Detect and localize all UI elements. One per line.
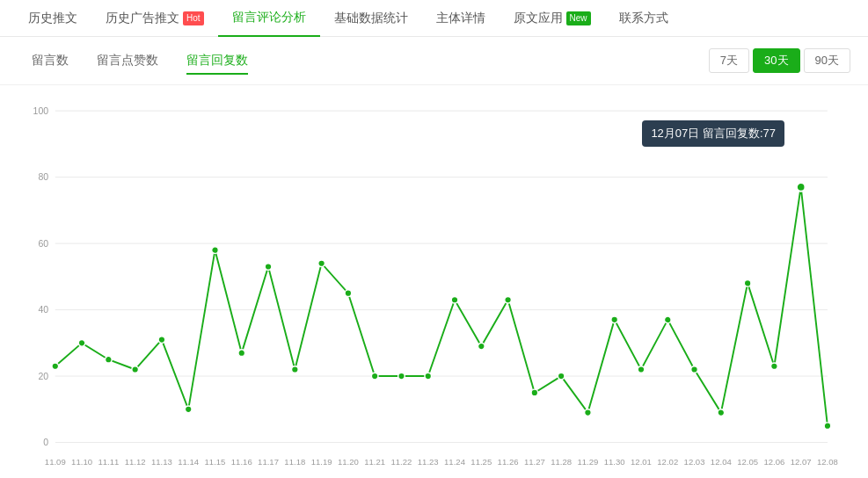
svg-text:11.28: 11.28 xyxy=(551,457,572,467)
svg-point-13 xyxy=(78,340,85,347)
nav-item-subject-detail[interactable]: 主体详情 xyxy=(422,0,500,37)
svg-point-16 xyxy=(158,337,165,344)
svg-point-30 xyxy=(531,389,538,396)
svg-text:11.27: 11.27 xyxy=(524,457,545,467)
svg-text:40: 40 xyxy=(38,304,48,315)
svg-point-19 xyxy=(238,350,245,357)
svg-text:11.18: 11.18 xyxy=(284,457,305,467)
svg-point-27 xyxy=(451,296,458,303)
svg-point-22 xyxy=(318,260,325,267)
new-badge: New xyxy=(566,11,591,25)
svg-point-24 xyxy=(371,373,378,380)
nav-item-contact[interactable]: 联系方式 xyxy=(605,0,682,37)
svg-point-37 xyxy=(718,409,725,416)
svg-text:12.04: 12.04 xyxy=(711,457,733,467)
svg-text:12.05: 12.05 xyxy=(737,457,758,467)
svg-text:11.20: 11.20 xyxy=(338,457,359,467)
svg-text:11.16: 11.16 xyxy=(231,457,252,467)
svg-text:11.24: 11.24 xyxy=(444,457,466,467)
svg-point-21 xyxy=(292,366,299,373)
svg-point-34 xyxy=(638,366,645,373)
svg-point-17 xyxy=(185,406,192,413)
time-options: 7天 30天 90天 xyxy=(709,48,850,73)
svg-text:100: 100 xyxy=(33,105,49,116)
svg-text:11.15: 11.15 xyxy=(205,457,226,467)
svg-text:12.07: 12.07 xyxy=(791,457,812,467)
svg-point-40 xyxy=(797,183,806,192)
svg-text:11.29: 11.29 xyxy=(577,457,598,467)
svg-text:11.10: 11.10 xyxy=(71,457,92,467)
svg-text:11.23: 11.23 xyxy=(418,457,439,467)
svg-text:80: 80 xyxy=(38,171,48,182)
svg-text:12.01: 12.01 xyxy=(631,457,652,467)
svg-text:12.02: 12.02 xyxy=(657,457,678,467)
svg-text:11.14: 11.14 xyxy=(178,457,200,467)
nav-item-original-app[interactable]: 原文应用 New xyxy=(500,0,605,37)
svg-text:60: 60 xyxy=(38,238,48,249)
svg-point-23 xyxy=(345,290,352,297)
svg-text:11.30: 11.30 xyxy=(604,457,625,467)
svg-text:11.19: 11.19 xyxy=(311,457,332,467)
btn-7days[interactable]: 7天 xyxy=(709,48,749,73)
svg-point-32 xyxy=(585,409,592,416)
svg-point-18 xyxy=(212,247,219,254)
svg-text:11.22: 11.22 xyxy=(391,457,412,467)
nav-item-basic-stats[interactable]: 基础数据统计 xyxy=(320,0,422,37)
svg-point-20 xyxy=(265,264,272,271)
svg-text:11.17: 11.17 xyxy=(258,457,279,467)
svg-text:11.13: 11.13 xyxy=(151,457,172,467)
svg-point-35 xyxy=(664,316,671,323)
svg-point-41 xyxy=(824,423,831,430)
svg-text:11.21: 11.21 xyxy=(364,457,385,467)
tab-comment-likes[interactable]: 留言点赞数 xyxy=(83,47,172,74)
svg-text:11.11: 11.11 xyxy=(98,457,119,467)
svg-text:11.09: 11.09 xyxy=(45,457,66,467)
svg-text:12.08: 12.08 xyxy=(817,457,838,467)
svg-text:0: 0 xyxy=(43,437,48,447)
top-nav: 历史推文 历史广告推文 Hot 留言评论分析 基础数据统计 主体详情 原文应用 … xyxy=(0,0,868,37)
svg-text:20: 20 xyxy=(38,371,48,381)
svg-text:11.25: 11.25 xyxy=(470,457,492,467)
sub-nav: 留言数 留言点赞数 留言回复数 7天 30天 90天 xyxy=(0,37,868,85)
tab-comment-count[interactable]: 留言数 xyxy=(18,47,83,74)
svg-point-33 xyxy=(611,316,618,323)
svg-text:11.12: 11.12 xyxy=(125,457,146,467)
line-chart: 02040608010011.0911.1011.1111.1211.1311.… xyxy=(9,94,850,472)
svg-point-14 xyxy=(106,356,113,363)
btn-30days[interactable]: 30天 xyxy=(753,48,799,73)
svg-point-15 xyxy=(132,366,139,373)
svg-point-38 xyxy=(744,280,751,287)
sub-nav-tabs: 留言数 留言点赞数 留言回复数 xyxy=(18,47,262,74)
tab-comment-replies[interactable]: 留言回复数 xyxy=(172,47,262,74)
svg-point-28 xyxy=(478,343,485,350)
btn-90days[interactable]: 90天 xyxy=(804,48,850,73)
svg-point-25 xyxy=(398,373,405,380)
svg-text:12.06: 12.06 xyxy=(763,457,784,467)
nav-item-history[interactable]: 历史推文 xyxy=(14,0,91,37)
svg-point-26 xyxy=(425,373,432,380)
svg-point-12 xyxy=(52,363,59,370)
svg-point-36 xyxy=(691,366,698,373)
nav-item-ad-history[interactable]: 历史广告推文 Hot xyxy=(91,0,218,37)
nav-item-comment-analysis[interactable]: 留言评论分析 xyxy=(218,0,320,37)
chart-container: 12月07日 留言回复数:77 02040608010011.0911.1011… xyxy=(0,85,868,478)
svg-point-29 xyxy=(505,296,512,303)
svg-text:11.26: 11.26 xyxy=(498,457,519,467)
svg-text:12.03: 12.03 xyxy=(684,457,705,467)
svg-point-31 xyxy=(558,373,565,380)
svg-point-39 xyxy=(771,363,778,370)
hot-badge: Hot xyxy=(183,11,204,25)
